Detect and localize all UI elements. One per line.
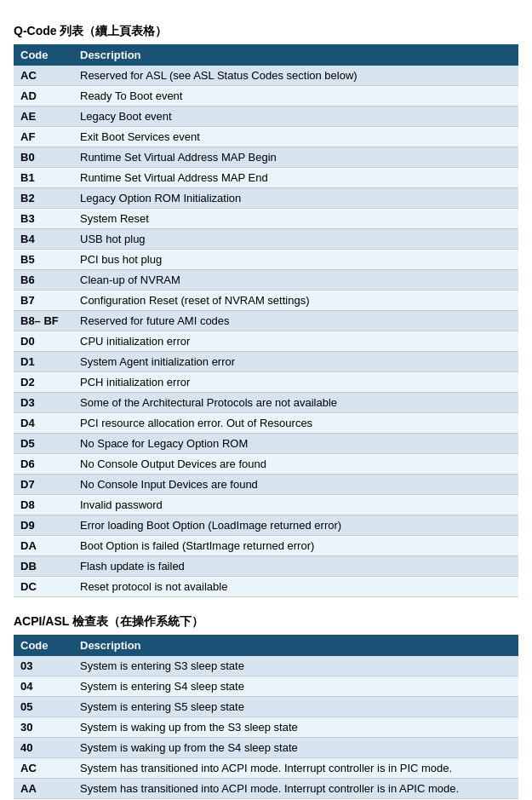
desc-cell: System is waking up from the S4 sleep st… [73, 738, 518, 758]
table-row: 04System is entering S4 sleep state [14, 676, 518, 697]
desc-cell: System has transitioned into ACPI mode. … [73, 779, 518, 799]
code-cell: D3 [14, 393, 73, 413]
table-row: B4USB hot plug [14, 229, 518, 250]
desc-cell: Flash update is failed [73, 556, 518, 577]
section2-col-code: Code [14, 635, 73, 656]
code-cell: D1 [14, 352, 73, 372]
code-cell: 04 [14, 676, 73, 697]
section1-col-code: Code [14, 44, 73, 66]
desc-cell: Ready To Boot event [73, 86, 518, 106]
table-row: ACSystem has transitioned into ACPI mode… [14, 758, 518, 779]
code-cell: B0 [14, 147, 73, 168]
table-row: ACReserved for ASL (see ASL Status Codes… [14, 66, 518, 86]
table-row: D8Invalid password [14, 495, 518, 515]
desc-cell: Reserved for ASL (see ASL Status Codes s… [73, 66, 518, 86]
code-cell: AE [14, 106, 73, 127]
table-row: B3System Reset [14, 209, 518, 229]
desc-cell: Clean-up of NVRAM [73, 270, 518, 291]
desc-cell: No Console Output Devices are found [73, 454, 518, 475]
desc-cell: PCH initialization error [73, 372, 518, 393]
desc-cell: System is waking up from the S3 sleep st… [73, 717, 518, 738]
table-row: 40System is waking up from the S4 sleep … [14, 738, 518, 758]
desc-cell: Runtime Set Virtual Address MAP Begin [73, 147, 518, 168]
code-cell: DC [14, 577, 73, 597]
section2-table: Code Description 03System is entering S3… [14, 635, 518, 799]
desc-cell: System is entering S5 sleep state [73, 697, 518, 717]
desc-cell: USB hot plug [73, 229, 518, 250]
desc-cell: Configuration Reset (reset of NVRAM sett… [73, 291, 518, 311]
table-row: D5No Space for Legacy Option ROM [14, 434, 518, 454]
table-row: B0Runtime Set Virtual Address MAP Begin [14, 147, 518, 168]
table-row: B7Configuration Reset (reset of NVRAM se… [14, 291, 518, 311]
table-row: B8– BFReserved for future AMI codes [14, 311, 518, 331]
code-cell: D6 [14, 454, 73, 475]
code-cell: DA [14, 536, 73, 556]
section2-title: ACPI/ASL 檢查表（在操作系統下） [14, 614, 518, 630]
desc-cell: Runtime Set Virtual Address MAP End [73, 168, 518, 188]
desc-cell: System Agent initialization error [73, 352, 518, 372]
table-row: DCReset protocol is not available [14, 577, 518, 597]
desc-cell: Reserved for future AMI codes [73, 311, 518, 331]
table-row: DABoot Option is failed (StartImage retu… [14, 536, 518, 556]
desc-cell: Legacy Option ROM Initialization [73, 188, 518, 209]
code-cell: B2 [14, 188, 73, 209]
code-cell: B1 [14, 168, 73, 188]
code-cell: 30 [14, 717, 73, 738]
table-row: D7No Console Input Devices are found [14, 475, 518, 495]
code-cell: B4 [14, 229, 73, 250]
code-cell: D0 [14, 331, 73, 352]
table-row: D1System Agent initialization error [14, 352, 518, 372]
desc-cell: System is entering S3 sleep state [73, 656, 518, 676]
desc-cell: Invalid password [73, 495, 518, 515]
desc-cell: System has transitioned into ACPI mode. … [73, 758, 518, 779]
code-cell: D4 [14, 413, 73, 434]
desc-cell: Some of the Architectural Protocols are … [73, 393, 518, 413]
table-row: D3Some of the Architectural Protocols ar… [14, 393, 518, 413]
table-row: 30System is waking up from the S3 sleep … [14, 717, 518, 738]
code-cell: AA [14, 779, 73, 799]
code-cell: B3 [14, 209, 73, 229]
code-cell: B6 [14, 270, 73, 291]
table-row: 03System is entering S3 sleep state [14, 656, 518, 676]
table-row: D0CPU initialization error [14, 331, 518, 352]
code-cell: D9 [14, 515, 73, 536]
desc-cell: No Console Input Devices are found [73, 475, 518, 495]
table-row: D2PCH initialization error [14, 372, 518, 393]
code-cell: D8 [14, 495, 73, 515]
code-cell: B8– BF [14, 311, 73, 331]
table-row: DBFlash update is failed [14, 556, 518, 577]
desc-cell: CPU initialization error [73, 331, 518, 352]
code-cell: D2 [14, 372, 73, 393]
table-row: AFExit Boot Services event [14, 127, 518, 147]
code-cell: AF [14, 127, 73, 147]
desc-cell: PCI bus hot plug [73, 250, 518, 270]
section2-col-desc: Description [73, 635, 518, 656]
table-row: AASystem has transitioned into ACPI mode… [14, 779, 518, 799]
code-cell: AC [14, 758, 73, 779]
desc-cell: PCI resource allocation error. Out of Re… [73, 413, 518, 434]
code-cell: AC [14, 66, 73, 86]
desc-cell: Reset protocol is not available [73, 577, 518, 597]
code-cell: B5 [14, 250, 73, 270]
desc-cell: System Reset [73, 209, 518, 229]
table-row: B6Clean-up of NVRAM [14, 270, 518, 291]
table-row: ADReady To Boot event [14, 86, 518, 106]
table-row: D4PCI resource allocation error. Out of … [14, 413, 518, 434]
table-row: B2Legacy Option ROM Initialization [14, 188, 518, 209]
desc-cell: Boot Option is failed (StartImage return… [73, 536, 518, 556]
desc-cell: Legacy Boot event [73, 106, 518, 127]
section1-table: Code Description ACReserved for ASL (see… [14, 44, 518, 597]
code-cell: D7 [14, 475, 73, 495]
table-row: 05System is entering S5 sleep state [14, 697, 518, 717]
section1-title: Q-Code 列表（續上頁表格） [14, 24, 518, 39]
code-cell: B7 [14, 291, 73, 311]
code-cell: 40 [14, 738, 73, 758]
table-row: B1Runtime Set Virtual Address MAP End [14, 168, 518, 188]
table-row: D9Error loading Boot Option (LoadImage r… [14, 515, 518, 536]
code-cell: D5 [14, 434, 73, 454]
code-cell: DB [14, 556, 73, 577]
code-cell: 03 [14, 656, 73, 676]
code-cell: AD [14, 86, 73, 106]
table-row: AELegacy Boot event [14, 106, 518, 127]
table-row: B5PCI bus hot plug [14, 250, 518, 270]
